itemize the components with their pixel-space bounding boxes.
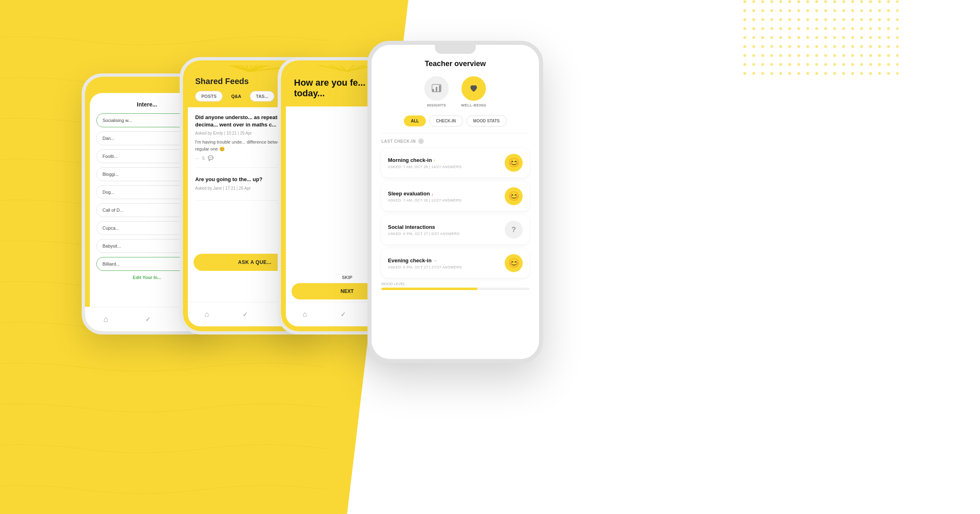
filter-tabs: ALL CHECK-IN MOOD STATS [381,115,529,126]
divider [381,133,529,133]
insights-label: INSIGHTS [427,103,446,107]
checkin-card-social[interactable]: Social interactions ASKED: 6 PM, OCT 27 … [381,215,529,244]
checkin-meta-morning: ASKED: 7 AM, OCT 28 | 14/27 ANSWERS [388,165,461,169]
filter-checkin[interactable]: CHECK-IN [429,115,463,126]
checkin-info-social: Social interactions ASKED: 6 PM, OCT 27 … [388,224,459,236]
checkin-card-morning[interactable]: Morning check-in ↑ ASKED: 7 AM, OCT 28 |… [381,148,529,177]
checkin-meta-social: ASKED: 6 PM, OCT 27 | 0/27 ANSWERS [388,232,459,236]
checkin-emoji-evening: 😊 [505,254,523,272]
checkin-card-evening[interactable]: Evening check-in → ASKED: 6 PM, OCT 27 |… [381,248,529,278]
svg-rect-19 [439,85,441,92]
reply-count: 5 [202,156,205,161]
trend-icon-sleep: ↓ [431,191,434,196]
svg-rect-18 [436,87,437,92]
tab-tasks[interactable]: TAS... [250,91,274,102]
checkin-info-sleep: Sleep evaluation ↓ ASKED: 7 AM, OCT 28 |… [388,191,461,202]
trend-icon-evening: → [433,258,438,263]
filter-all[interactable]: ALL [404,115,425,126]
teacher-title: Teacher overview [381,60,529,68]
dots-menu[interactable]: ··· [195,156,199,161]
insights-icon-item[interactable]: INSIGHTS [424,76,449,107]
last-checkin-label: LAST CHECK-IN [381,139,416,144]
checkin-name-evening: Evening check-in → [388,257,462,264]
checkin-emoji-sleep: 😊 [505,187,523,205]
mood-bar-track [381,288,529,290]
comment-icon: 💬 [208,155,214,161]
wellbeing-icon-circle [461,76,486,101]
trend-icon-morning: ↑ [433,158,436,163]
tab-posts[interactable]: POSTS [195,91,223,102]
check-icon-2[interactable]: ✓ [243,310,248,318]
checkin-meta-sleep: ASKED: 7 AM, OCT 28 | 12/27 ANSWERS [388,198,461,202]
checkin-emoji-morning: 😊 [505,154,523,172]
phone-notch [435,45,476,54]
home-icon-3[interactable]: ⌂ [303,310,307,319]
mood-level-section: MOOD LEVEL [381,282,529,290]
phones-container: Intere... Socialising w... Dan... Footb.… [82,33,776,481]
home-icon[interactable]: ⌂ [99,312,114,327]
svg-line-2 [192,65,249,71]
checkin-card-sleep[interactable]: Sleep evaluation ↓ ASKED: 7 AM, OCT 28 |… [381,182,529,211]
tab-qa[interactable]: Q&A [225,91,247,102]
checkin-info-evening: Evening check-in → ASKED: 6 PM, OCT 27 |… [388,257,462,269]
checkin-info-morning: Morning check-in ↑ ASKED: 7 AM, OCT 28 |… [388,157,461,169]
checkin-name-social: Social interactions [388,224,459,230]
phone-teacher: Teacher overview INSIGHTS [368,41,543,363]
last-checkin-section: LAST CHECK-IN i [381,138,529,144]
check-icon[interactable]: ✓ [141,312,156,327]
checkin-name-sleep: Sleep evaluation ↓ [388,191,461,197]
home-icon-2[interactable]: ⌂ [205,310,209,319]
filter-mood[interactable]: MOOD STATS [466,115,507,126]
wellbeing-icon-item[interactable]: WELL-BEING [461,76,486,107]
wellbeing-label: WELL-BEING [461,103,486,107]
insights-icon-circle [424,76,449,101]
checkin-emoji-social: ? [505,221,523,239]
teacher-icons-row: INSIGHTS WELL-BEING [381,76,529,107]
teacher-screen: Teacher overview INSIGHTS [372,45,539,359]
info-icon: i [418,138,424,144]
check-icon-3[interactable]: ✓ [341,310,346,318]
mood-level-label: MOOD LEVEL [381,282,529,286]
checkin-meta-evening: ASKED: 6 PM, OCT 27 | 27/27 ANSWERS [388,265,462,269]
checkin-name-morning: Morning check-in ↑ [388,157,461,163]
mood-bar-fill [381,288,477,290]
